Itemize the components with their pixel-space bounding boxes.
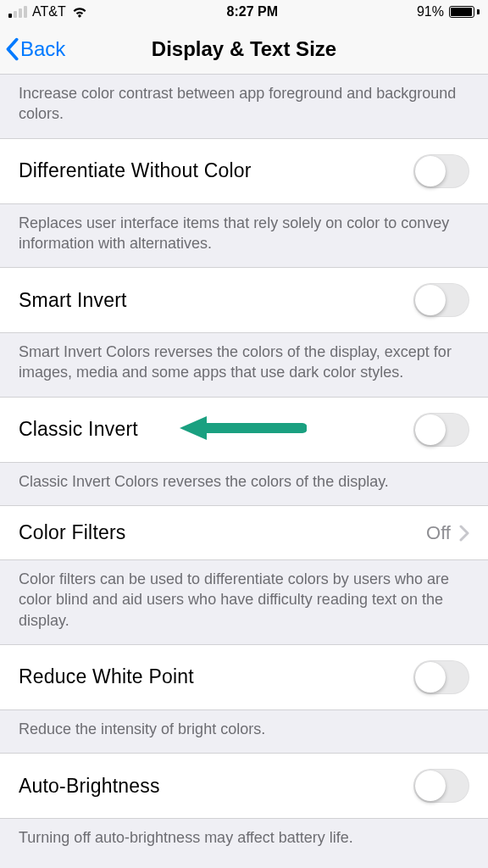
color-filters-value: Off (426, 522, 451, 544)
cell-label: Classic Invert (19, 418, 138, 441)
color-filters-footer: Color filters can be used to differentia… (0, 560, 488, 644)
cellular-signal-icon (8, 6, 27, 18)
classic-invert-footer: Classic Invert Colors reverses the color… (0, 463, 488, 505)
battery-icon (449, 6, 480, 18)
toggle-differentiate-without-color[interactable] (413, 154, 469, 188)
back-button[interactable]: Back (5, 24, 65, 74)
chevron-left-icon (5, 37, 19, 61)
auto-brightness-footer: Turning off auto-brightness may affect b… (0, 819, 488, 861)
nav-bar: Back Display & Text Size (0, 24, 488, 75)
cell-smart-invert[interactable]: Smart Invert (0, 267, 488, 333)
cell-differentiate-without-color[interactable]: Differentiate Without Color (0, 138, 488, 204)
cell-label: Differentiate Without Color (19, 159, 252, 182)
cell-label: Auto-Brightness (19, 775, 160, 798)
reduce-white-point-footer: Reduce the intensity of bright colors. (0, 710, 488, 753)
page-title: Display & Text Size (152, 37, 336, 61)
carrier-label: AT&T (32, 4, 66, 19)
status-bar: AT&T 8:27 PM 91% (0, 0, 488, 24)
status-right: 91% (417, 4, 480, 19)
cell-reduce-white-point[interactable]: Reduce White Point (0, 644, 488, 710)
battery-percent: 91% (417, 4, 444, 19)
chevron-right-icon (459, 525, 469, 542)
cell-auto-brightness[interactable]: Auto-Brightness (0, 753, 488, 819)
cell-classic-invert[interactable]: Classic Invert (0, 397, 488, 463)
status-time: 8:27 PM (227, 4, 278, 19)
toggle-reduce-white-point[interactable] (413, 660, 469, 694)
annotation-arrow-icon (180, 413, 307, 447)
smart-invert-footer: Smart Invert Colors reverses the colors … (0, 333, 488, 397)
cell-label: Smart Invert (19, 289, 127, 312)
svg-marker-1 (180, 416, 207, 440)
wifi-icon (71, 6, 88, 18)
cell-label: Color Filters (19, 521, 126, 544)
differentiate-without-color-footer: Replaces user interface items that rely … (0, 204, 488, 268)
increase-contrast-footer: Increase color contrast between app fore… (0, 75, 488, 138)
back-label: Back (20, 37, 65, 61)
cell-label: Reduce White Point (19, 665, 194, 688)
toggle-smart-invert[interactable] (413, 283, 469, 317)
toggle-classic-invert[interactable] (413, 413, 469, 447)
cell-color-filters[interactable]: Color Filters Off (0, 505, 488, 560)
status-left: AT&T (8, 4, 88, 19)
toggle-auto-brightness[interactable] (413, 769, 469, 803)
settings-list: Increase color contrast between app fore… (0, 75, 488, 862)
